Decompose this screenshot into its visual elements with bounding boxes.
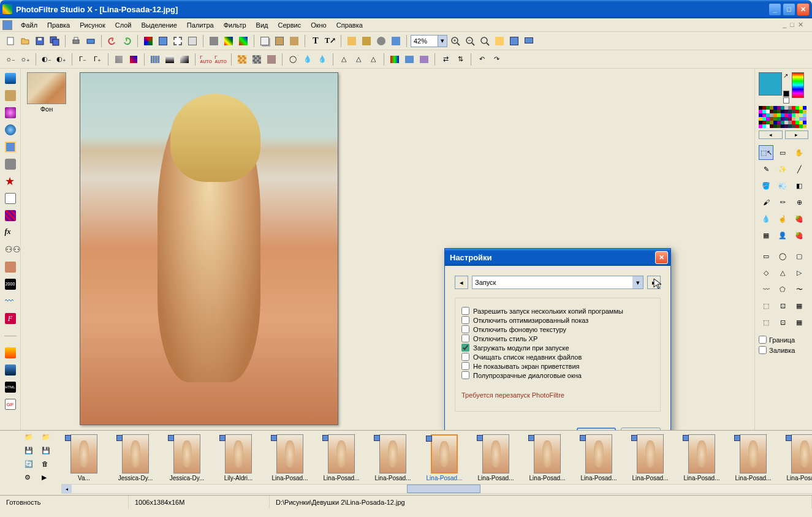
dialog-close-button[interactable]: ✕ [655,251,668,264]
eyedropper-tool-icon[interactable]: ✎ [759,162,773,176]
minimize-button[interactable]: _ [768,3,781,16]
cancel-button[interactable]: Отмена [621,428,661,430]
thumbnail-item[interactable]: Lina-Posad... [628,434,673,481]
white-swatch[interactable] [783,97,789,104]
spray-tool-icon[interactable]: 💨 [775,178,790,193]
option-checkbox-1[interactable] [461,316,469,324]
zoom-actual-icon[interactable] [493,34,506,48]
color-palette[interactable] [759,106,808,128]
zoom-in-icon[interactable] [449,34,462,48]
thumbnail-item[interactable]: Lina-Posad... [782,434,812,481]
triangle2-shape-icon[interactable]: ▷ [792,265,806,280]
option-checkbox-2[interactable] [461,325,469,333]
menu-window[interactable]: Окно [306,20,332,30]
wand-tool-icon[interactable]: ✨ [775,162,790,176]
filter-wave-icon[interactable]: 〰 [3,294,18,309]
drop-icon[interactable]: 💧 [301,53,314,66]
menu-edit[interactable]: Правка [42,20,75,30]
thumb-delete-icon[interactable]: 🗑 [42,460,53,471]
hand-tool-icon[interactable]: ✋ [792,145,806,160]
fill-tool-icon[interactable]: 🪣 [759,178,773,193]
option-checkbox-5[interactable] [461,353,469,361]
menu-palette[interactable]: Палитра [182,20,219,30]
black-swatch[interactable] [783,91,789,97]
freehand-shape-icon[interactable]: 〜 [792,282,806,296]
nav-next-button[interactable]: ▸ [647,276,661,289]
thumb-save2-icon[interactable]: 💾 [42,447,53,458]
option-checkbox-0[interactable] [461,307,469,315]
contrast-minus-icon[interactable]: ◐₋ [40,53,53,66]
filter-lens-icon[interactable] [3,123,18,137]
saturation-minus-icon[interactable] [112,53,126,66]
saturation-plus-icon[interactable] [127,53,140,66]
dropdown-arrow-icon[interactable]: ▾ [438,36,447,47]
thumbnail-item[interactable]: Lina-Posad... [422,434,467,481]
marquee4-icon[interactable]: ⬚ [759,315,773,330]
layers-icon[interactable] [345,34,359,48]
option-checkbox-3[interactable] [461,334,469,342]
menu-image[interactable]: Рисунок [75,20,110,30]
brush-tool-icon[interactable]: 🖌 [759,195,773,209]
rect-shape-icon[interactable]: ▭ [759,249,773,263]
sharpen2-icon[interactable]: △ [352,53,365,66]
indexed-color-icon[interactable] [222,34,235,48]
close-button[interactable]: ✕ [797,3,810,16]
thumbnail-item[interactable]: Lina-Posad... [525,434,570,481]
filter-glow-icon[interactable] [3,105,18,120]
filter-html-icon[interactable]: HTML [3,380,18,394]
thumbnail-item[interactable]: Lina-Posad... [679,434,724,481]
fullscreen-icon[interactable] [507,34,521,48]
color-spectrum[interactable] [792,72,804,98]
mdi-minimize-icon[interactable]: _ [783,21,786,29]
canvas-size-icon[interactable] [171,34,184,48]
blur-icon[interactable]: ◯ [286,53,300,66]
thumbnail-scrollbar[interactable]: ◂ ▸ [61,484,812,494]
marquee5-icon[interactable]: ⊡ [775,315,790,330]
text-icon[interactable]: T [309,34,322,48]
marquee6-icon[interactable]: ▦ [792,315,806,330]
option-checkbox-6[interactable] [461,362,469,370]
filter-mountain-icon[interactable] [3,363,18,377]
thumb-play-icon[interactable]: ▶ [42,474,53,485]
filter-tile-icon[interactable] [3,260,18,274]
menu-selection[interactable]: Выделение [136,20,181,30]
thumb-folder-new-icon[interactable]: 📁 [42,433,53,444]
select-tool-icon[interactable]: ▭ [775,145,790,160]
filter-frame-icon[interactable] [3,140,18,154]
option-checkbox-4[interactable] [461,344,469,352]
option-checkbox-7[interactable] [461,371,469,379]
palette-next-button[interactable]: ▸ [785,130,809,139]
filter-stripes-icon[interactable] [3,208,18,223]
ellipse-shape-icon[interactable]: ◯ [775,249,790,263]
section-select[interactable]: Запуск ▾ [472,276,643,289]
marquee3-icon[interactable]: ▦ [792,298,806,313]
brightness-minus-icon[interactable]: ☼₋ [4,53,17,66]
filter-star-icon[interactable]: ★ [3,174,18,189]
stamp-tool-icon[interactable]: ⊕ [792,195,806,209]
zoom-fit-icon[interactable] [478,34,491,48]
print-icon[interactable] [69,34,83,48]
zoom-out-icon[interactable] [463,34,477,48]
eraser-tool-icon[interactable]: ◧ [792,178,806,193]
diamond-shape-icon[interactable]: ◇ [759,265,773,280]
menu-filter[interactable]: Фильтр [219,20,251,30]
color-balance-icon[interactable] [388,53,401,66]
polygon-shape-icon[interactable]: ⬠ [775,282,790,296]
thumbnail-item[interactable]: Jessica-Dy... [164,434,210,481]
line-tool-icon[interactable]: ╱ [792,162,806,176]
scroll-left-button[interactable]: ◂ [62,485,72,493]
grid-icon[interactable] [235,53,249,66]
thumb-save-icon[interactable]: 💾 [25,447,36,458]
text-path-icon[interactable]: T↗ [324,34,337,48]
contrast-plus-icon[interactable]: ◐₊ [55,53,68,66]
auto-levels-icon[interactable]: ΓAUTO [199,53,213,66]
scanner-icon[interactable] [84,34,97,48]
filter-gif-icon[interactable]: GIF [3,397,18,412]
pencil-tool-icon[interactable]: ✏ [775,195,790,209]
menu-layer[interactable]: Слой [110,20,137,30]
thumbnail-item[interactable]: Lily-Aldri... [216,434,261,481]
dropdown-arrow-icon[interactable]: ▾ [632,276,643,289]
grayscale-icon[interactable] [207,34,221,48]
automate-icon[interactable] [389,34,403,48]
pattern-tool-icon[interactable]: ▦ [759,228,773,243]
